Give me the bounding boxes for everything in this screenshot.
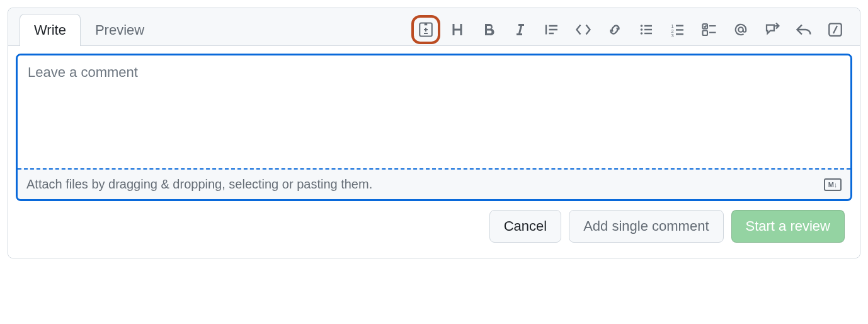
comment-textarea[interactable] (18, 55, 850, 166)
cross-reference-icon[interactable] (763, 20, 782, 39)
start-review-button[interactable]: Start a review (731, 210, 845, 243)
markdown-icon[interactable]: M↓ (824, 178, 842, 191)
comment-form: Write Preview (8, 8, 860, 258)
svg-rect-22 (703, 30, 708, 35)
cancel-button[interactable]: Cancel (489, 210, 561, 243)
slash-command-icon[interactable] (826, 20, 845, 39)
svg-rect-13 (644, 32, 652, 33)
ordered-list-icon[interactable]: 123 (668, 20, 687, 39)
svg-point-24 (738, 27, 743, 32)
svg-rect-18 (676, 29, 683, 30)
add-single-comment-button[interactable]: Add single comment (569, 210, 723, 243)
link-icon[interactable] (605, 20, 624, 39)
bold-icon[interactable] (479, 20, 498, 39)
editor-body: Attach files by dragging & dropping, sel… (8, 45, 860, 258)
heading-icon[interactable] (448, 20, 467, 39)
reply-icon[interactable] (794, 20, 813, 39)
tab-write[interactable]: Write (20, 14, 81, 46)
svg-point-9 (641, 28, 643, 31)
svg-rect-19 (676, 33, 683, 35)
tabs: Write Preview (20, 13, 159, 45)
quote-icon[interactable] (542, 20, 561, 39)
svg-rect-11 (644, 25, 652, 26)
editor-wrapper: Attach files by dragging & dropping, sel… (16, 54, 852, 201)
unordered-list-icon[interactable] (637, 20, 656, 39)
svg-rect-17 (676, 25, 683, 26)
attachment-strip[interactable]: Attach files by dragging & dropping, sel… (18, 168, 850, 199)
suggestion-icon[interactable] (416, 20, 435, 39)
attachment-hint-text: Attach files by dragging & dropping, sel… (26, 177, 372, 192)
svg-point-10 (641, 32, 643, 35)
code-icon[interactable] (574, 20, 593, 39)
svg-point-8 (641, 25, 643, 27)
tab-preview[interactable]: Preview (81, 14, 159, 46)
italic-icon[interactable] (511, 20, 530, 39)
tabs-toolbar-row: Write Preview (8, 8, 860, 45)
svg-rect-12 (644, 28, 652, 30)
mention-icon[interactable] (731, 20, 750, 39)
formatting-toolbar: 123 (416, 20, 855, 39)
svg-text:3: 3 (671, 33, 674, 37)
svg-line-26 (833, 26, 837, 33)
task-list-icon[interactable] (700, 20, 719, 39)
action-buttons: Cancel Add single comment Start a review (16, 201, 852, 250)
